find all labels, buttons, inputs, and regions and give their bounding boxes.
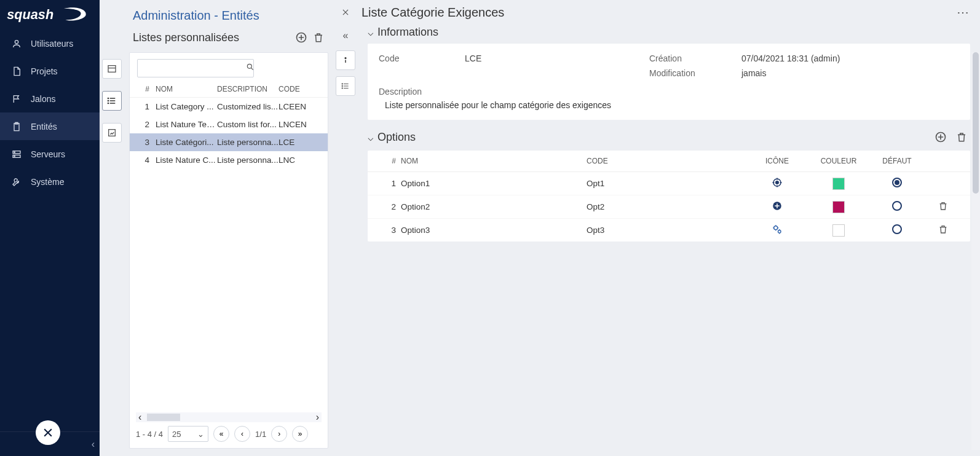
default-radio[interactable]	[869, 224, 925, 236]
row-nom: List Category ...	[156, 102, 217, 111]
option-row[interactable]: 2 Option2 Opt2	[368, 195, 970, 219]
file-icon	[11, 66, 22, 77]
opt-header-code[interactable]: CODE	[587, 157, 746, 165]
opt-header-num: #	[376, 157, 401, 165]
row-desc: Liste personna...	[217, 155, 279, 165]
add-option-button[interactable]	[932, 128, 949, 146]
list-row[interactable]: 1 List Category ... Customized lis... LC…	[130, 98, 328, 116]
field-value-code[interactable]: LCE	[465, 53, 649, 63]
default-radio[interactable]	[869, 178, 925, 189]
vertical-scrollbar[interactable]	[971, 52, 980, 450]
sidebar-item-system[interactable]: Système	[0, 168, 100, 195]
row-nom: Liste Nature C...	[156, 155, 217, 165]
rail-custom-fields[interactable]	[102, 59, 122, 79]
row-code: LNCEN	[279, 120, 320, 129]
opt-code[interactable]: Opt2	[587, 202, 746, 211]
opt-nom[interactable]: Option1	[401, 179, 587, 188]
opt-header-icon[interactable]: ICÔNE	[746, 157, 808, 165]
delete-list-button[interactable]	[310, 29, 327, 46]
opt-nom[interactable]: Option2	[401, 202, 587, 211]
section-options[interactable]: ⌵ Options	[368, 128, 970, 146]
cogs-icon[interactable]	[746, 224, 808, 237]
opt-num: 1	[376, 179, 401, 188]
default-radio[interactable]	[869, 201, 925, 213]
field-value-modif: jamais	[741, 68, 959, 78]
delete-option-button[interactable]	[953, 128, 970, 146]
field-label-desc: Description	[379, 87, 959, 96]
close-detail-button[interactable]	[337, 4, 354, 21]
rail-templates[interactable]	[102, 123, 122, 143]
color-swatch[interactable]	[808, 178, 869, 190]
section-informations[interactable]: ⌵ Informations	[368, 26, 970, 39]
sidebar-item-entities[interactable]: Entités	[0, 112, 100, 140]
sidebar-item-users[interactable]: Utilisateurs	[0, 29, 100, 57]
option-row[interactable]: 3 Option3 Opt3	[368, 219, 970, 242]
add-list-button[interactable]	[293, 29, 310, 46]
svg-point-17	[342, 85, 342, 86]
opt-num: 2	[376, 202, 401, 211]
user-icon	[11, 38, 22, 49]
section-title: Informations	[377, 26, 970, 39]
field-label-modif: Modification	[649, 68, 741, 78]
search-icon[interactable]	[246, 63, 255, 74]
pager-prev[interactable]: ‹	[234, 426, 250, 442]
pager-first[interactable]: «	[213, 426, 229, 442]
row-num: 3	[137, 138, 156, 147]
sidebar-item-milestones[interactable]: Jalons	[0, 85, 100, 112]
page-size-select[interactable]: 25⌄	[168, 426, 208, 442]
color-swatch[interactable]	[808, 201, 869, 213]
pager-last[interactable]: »	[292, 426, 308, 442]
chevron-down-icon: ⌵	[368, 132, 374, 143]
main-sidebar: squash Utilisateurs Projets Jalons Entit…	[0, 0, 100, 456]
list-title: Listes personnalisées	[133, 31, 293, 44]
field-value-desc[interactable]: Liste personnalisée pour le champ catégo…	[379, 100, 959, 110]
tab-options[interactable]	[336, 76, 355, 96]
scrollbar-thumb[interactable]	[147, 414, 180, 421]
chevron-left-icon: ‹	[136, 412, 141, 423]
chevron-double-left-icon: «	[343, 30, 349, 41]
tab-info[interactable]	[336, 50, 355, 70]
opt-code[interactable]: Opt3	[587, 226, 746, 235]
delete-row-button[interactable]	[938, 227, 948, 236]
horizontal-scrollbar[interactable]: ‹ ›	[136, 412, 322, 422]
detail-action-rail: «	[333, 0, 358, 456]
svg-text:squash: squash	[7, 7, 53, 22]
sidebar-item-servers[interactable]: Serveurs	[0, 140, 100, 168]
plus-circle-icon[interactable]	[746, 200, 808, 213]
pager-next[interactable]: ›	[271, 426, 287, 442]
more-menu-button[interactable]: ⋯	[957, 5, 970, 20]
header-desc[interactable]: DESCRIPTION	[217, 85, 279, 93]
options-table: # NOM CODE ICÔNE COULEUR DÉFAUT 1 Option…	[368, 151, 970, 242]
header-code[interactable]: CODE	[279, 85, 320, 93]
close-admin-button[interactable]	[36, 420, 60, 445]
list-row[interactable]: 2 List Nature Tes... Custom list for... …	[130, 116, 328, 133]
header-nom[interactable]: NOM	[156, 85, 217, 93]
target-icon[interactable]	[746, 177, 808, 190]
opt-header-nom[interactable]: NOM	[401, 157, 587, 165]
clipboard-icon	[11, 121, 22, 132]
list-row[interactable]: 3 Liste Catégori... Liste personna... LC…	[130, 133, 328, 151]
opt-code[interactable]: Opt1	[587, 179, 746, 188]
search-input[interactable]	[143, 64, 246, 73]
row-desc: Customized lis...	[217, 102, 279, 111]
chevron-down-icon: ⌄	[197, 430, 204, 439]
sidebar-item-projects[interactable]: Projets	[0, 57, 100, 85]
opt-header-color[interactable]: COULEUR	[808, 157, 869, 165]
list-row[interactable]: 4 Liste Nature C... Liste personna... LN…	[130, 151, 328, 169]
rail-custom-lists[interactable]	[102, 91, 122, 111]
opt-header-default[interactable]: DÉFAUT	[869, 157, 925, 165]
row-nom: List Nature Tes...	[156, 120, 217, 129]
sidebar-label: Utilisateurs	[31, 39, 73, 49]
sidebar-label: Entités	[31, 122, 57, 132]
list-header-row: # NOM DESCRIPTION CODE	[130, 81, 328, 98]
color-swatch[interactable]	[808, 224, 869, 237]
option-row[interactable]: 1 Option1 Opt1	[368, 172, 970, 195]
opt-nom[interactable]: Option3	[401, 226, 587, 235]
svg-point-7	[14, 155, 15, 156]
row-desc: Custom list for...	[217, 120, 279, 129]
collapse-detail-button[interactable]: «	[337, 27, 354, 44]
delete-row-button[interactable]	[938, 203, 948, 213]
field-label-creation: Création	[649, 53, 741, 63]
pager-page: 1/1	[255, 430, 266, 439]
scrollbar-thumb[interactable]	[973, 52, 979, 194]
